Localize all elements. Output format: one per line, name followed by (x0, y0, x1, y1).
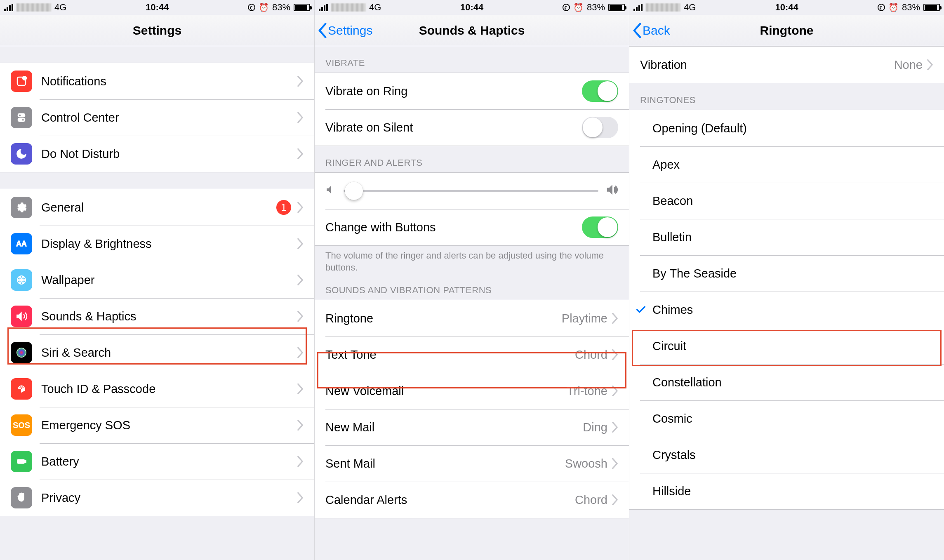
tone-circuit[interactable]: Circuit (629, 328, 944, 364)
row-label: Wallpaper (41, 273, 94, 287)
back-button[interactable]: Back (633, 15, 670, 46)
chevron-right-icon (297, 456, 304, 467)
do-not-disturb-icon (11, 143, 32, 165)
wallpaper-icon (11, 269, 32, 291)
tone-bulletin[interactable]: Bulletin (629, 219, 944, 255)
tone-hillside[interactable]: Hillside (629, 473, 944, 509)
row-wallpaper[interactable]: Wallpaper (0, 262, 314, 298)
back-button[interactable]: Settings (318, 15, 372, 46)
row-touch-id-passcode[interactable]: Touch ID & Passcode (0, 371, 314, 407)
row-new-mail[interactable]: New MailDing (315, 409, 629, 445)
chevron-right-icon (297, 76, 304, 87)
speaker-low-icon (325, 184, 336, 198)
page-title: Ringtone (760, 24, 814, 38)
row-display-brightness[interactable]: AADisplay & Brightness (0, 226, 314, 262)
switch-vibrate-on-ring[interactable] (582, 80, 618, 102)
settings-list[interactable]: NotificationsControl CenterDo Not Distur… (0, 46, 314, 560)
row-label: Notifications (41, 75, 106, 88)
chevron-right-icon (612, 422, 618, 433)
status-bar: 4G 10:44 ⏰ 83% (629, 0, 944, 15)
row-label: Change with Buttons (325, 221, 436, 234)
tone-by-the-seaside[interactable]: By The Seaside (629, 255, 944, 292)
switch-vibrate-on-silent[interactable] (582, 117, 618, 138)
status-time: 10:44 (775, 2, 798, 13)
chevron-right-icon (612, 458, 618, 469)
chevron-left-icon (633, 23, 642, 38)
tone-cosmic[interactable]: Cosmic (629, 400, 944, 437)
row-emergency-sos[interactable]: SOSEmergency SOS (0, 407, 314, 443)
row-control-center[interactable]: Control Center (0, 99, 314, 136)
tone-label: Circuit (652, 339, 686, 353)
tone-chimes[interactable]: Chimes (629, 292, 944, 328)
tone-crystals[interactable]: Crystals (629, 437, 944, 473)
row-label: New Voicemail (325, 384, 404, 398)
row-vibration[interactable]: Vibration None (629, 47, 944, 83)
section-header-ringtones: RINGTONES (629, 83, 944, 110)
chevron-right-icon (297, 492, 304, 503)
privacy-icon (11, 487, 32, 508)
section-header-ringer: RINGER AND ALERTS (315, 146, 629, 172)
row-value: Playtime (562, 312, 607, 325)
checkmark-icon (632, 304, 650, 315)
row-calendar-alerts[interactable]: Calendar AlertsChord (315, 482, 629, 518)
row-do-not-disturb[interactable]: Do Not Disturb (0, 136, 314, 172)
row-label: Battery (41, 455, 79, 468)
badge: 1 (276, 200, 291, 215)
page-title: Sounds & Haptics (419, 24, 525, 38)
network-label: 4G (54, 2, 66, 13)
row-text-tone[interactable]: Text ToneChord (315, 336, 629, 373)
ringer-volume-slider[interactable] (315, 173, 629, 209)
tone-opening-default-[interactable]: Opening (Default) (629, 110, 944, 146)
sounds-haptics-icon (11, 306, 32, 327)
row-sent-mail[interactable]: Sent MailSwoosh (315, 445, 629, 482)
back-label: Settings (328, 24, 372, 38)
chevron-right-icon (297, 148, 304, 159)
row-general[interactable]: General1 (0, 189, 314, 226)
screen-sounds-haptics: 4G 10:44 ⏰ 83% Settings Sounds & Haptics… (315, 0, 629, 560)
row-battery[interactable]: Battery (0, 443, 314, 480)
row-label: Control Center (41, 111, 119, 125)
status-time: 10:44 (146, 2, 169, 13)
row-new-voicemail[interactable]: New VoicemailTri-tone (315, 373, 629, 409)
carrier-label (331, 3, 366, 12)
navbar: Settings Sounds & Haptics (315, 15, 629, 46)
speaker-high-icon (606, 184, 618, 199)
battery-percent: 83% (272, 2, 290, 13)
slider-track[interactable] (344, 190, 598, 192)
row-change-with-buttons[interactable]: Change with Buttons (315, 209, 629, 245)
row-notifications[interactable]: Notifications (0, 63, 314, 99)
svg-point-16 (17, 348, 26, 358)
battery-percent: 83% (902, 2, 920, 13)
slider-thumb[interactable] (345, 182, 363, 200)
row-vibrate-on-silent[interactable]: Vibrate on Silent (315, 109, 629, 146)
screen-ringtone: 4G 10:44 ⏰ 83% Back Ringtone Vibration N… (629, 0, 944, 560)
tone-beacon[interactable]: Beacon (629, 183, 944, 219)
tone-constellation[interactable]: Constellation (629, 364, 944, 400)
back-label: Back (643, 24, 670, 38)
tone-label: Crystals (652, 448, 696, 462)
chevron-right-icon (612, 349, 618, 360)
row-ringtone[interactable]: RingtonePlaytime (315, 300, 629, 336)
page-title: Settings (133, 24, 181, 38)
screen-settings: 4G 10:44 ⏰ 83% Settings NotificationsCon… (0, 0, 315, 560)
row-label: General (41, 201, 84, 214)
signal-bars-icon (319, 4, 328, 11)
row-privacy[interactable]: Privacy (0, 480, 314, 516)
chevron-right-icon (612, 386, 618, 396)
battery-percent: 83% (587, 2, 605, 13)
svg-rect-17 (17, 459, 25, 464)
row-label: Vibrate on Ring (325, 85, 407, 98)
row-value: Tri-tone (567, 384, 607, 398)
section-header-sounds: SOUNDS AND VIBRATION PATTERNS (315, 282, 629, 300)
chevron-right-icon (927, 59, 933, 70)
signal-bars-icon (633, 4, 643, 11)
tone-label: Opening (Default) (652, 122, 747, 135)
row-vibrate-on-ring[interactable]: Vibrate on Ring (315, 73, 629, 109)
svg-point-15 (18, 278, 20, 280)
status-bar: 4G 10:44 ⏰ 83% (315, 0, 629, 15)
switch-change-with-buttons[interactable] (582, 216, 618, 238)
row-sounds-haptics[interactable]: Sounds & Haptics (0, 298, 314, 334)
row-siri-search[interactable]: Siri & Search (0, 334, 314, 371)
battery-icon (11, 451, 32, 472)
tone-apex[interactable]: Apex (629, 146, 944, 183)
